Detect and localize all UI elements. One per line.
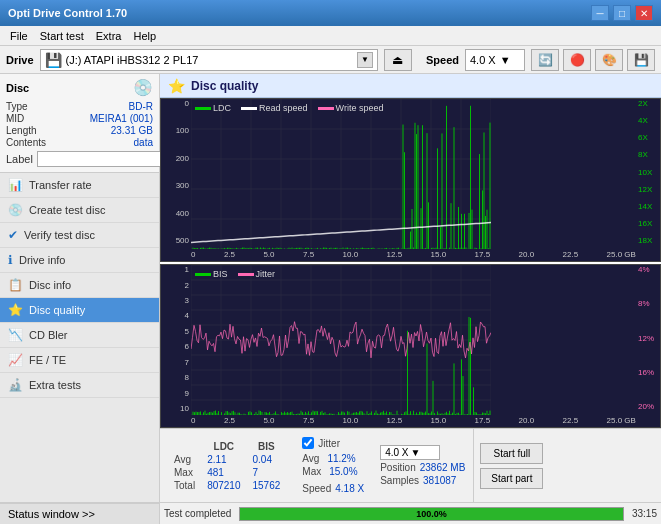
svg-rect-132 (364, 248, 365, 249)
svg-rect-434 (484, 413, 485, 415)
svg-rect-55 (248, 248, 249, 249)
svg-rect-68 (268, 248, 269, 249)
svg-rect-151 (392, 248, 393, 249)
svg-rect-266 (232, 411, 233, 415)
svg-rect-76 (280, 248, 281, 249)
refresh-button[interactable]: 🔄 (531, 49, 559, 71)
total-ldc: 807210 (201, 479, 246, 492)
drive-dropdown-button[interactable]: ▼ (357, 52, 373, 68)
contents-value: data (134, 137, 153, 148)
start-part-button[interactable]: Start part (480, 468, 543, 489)
svg-rect-209 (479, 154, 480, 249)
svg-rect-189 (449, 248, 450, 249)
close-button[interactable]: ✕ (635, 5, 653, 21)
svg-rect-282 (256, 412, 257, 415)
svg-rect-392 (421, 412, 422, 415)
bis-y-axis-left: 10 9 8 7 6 5 4 3 2 1 (161, 265, 191, 413)
nav-create-test-disc[interactable]: 💿 Create test disc (0, 198, 159, 223)
svg-rect-259 (221, 412, 222, 415)
start-full-button[interactable]: Start full (480, 443, 543, 464)
eject-button[interactable]: ⏏ (384, 49, 412, 71)
nav-disc-info[interactable]: 📋 Disc info (0, 273, 159, 298)
max-ldc: 481 (201, 466, 246, 479)
svg-rect-243 (197, 412, 198, 415)
svg-rect-275 (245, 414, 246, 415)
speed-selector[interactable]: 4.0 X ▼ (465, 49, 525, 71)
speed-dropdown[interactable]: 4.0 X ▼ (380, 445, 440, 460)
svg-rect-321 (314, 411, 315, 415)
svg-rect-415 (455, 414, 456, 415)
ldc-x-axis: 0 2.5 5.0 7.5 10.0 12.5 15.0 17.5 20.0 2… (191, 247, 636, 261)
svg-rect-144 (382, 248, 383, 249)
svg-rect-190 (451, 203, 452, 249)
max-bis: 7 (247, 466, 287, 479)
svg-rect-164 (412, 209, 413, 249)
nav-extra-tests[interactable]: 🔬 Extra tests (0, 373, 159, 398)
sidebar: Disc 💿 Type BD-R MID MEIRA1 (001) Length… (0, 74, 160, 524)
svg-rect-125 (353, 248, 354, 249)
progress-bar: 100.0% (239, 507, 624, 521)
nav-fe-te-label: FE / TE (29, 354, 66, 366)
svg-rect-167 (416, 134, 417, 249)
nav-disc-quality[interactable]: ⭐ Disc quality (0, 298, 159, 323)
length-label: Length (6, 125, 37, 136)
nav-cd-bler[interactable]: 📉 CD Bler (0, 323, 159, 348)
svg-rect-257 (218, 411, 219, 415)
svg-rect-25 (203, 248, 204, 249)
svg-rect-42 (229, 248, 230, 249)
nav-verify-test-disc[interactable]: ✔ Verify test disc (0, 223, 159, 248)
svg-rect-178 (433, 248, 434, 249)
jitter-label: Jitter (318, 438, 340, 449)
svg-rect-172 (424, 248, 425, 249)
svg-rect-289 (266, 412, 267, 415)
svg-rect-174 (427, 133, 428, 249)
status-window-button[interactable]: Status window >> (0, 503, 159, 524)
svg-rect-48 (238, 248, 239, 249)
svg-rect-304 (289, 413, 290, 415)
svg-rect-310 (298, 414, 299, 415)
svg-rect-400 (433, 381, 434, 415)
menu-help[interactable]: Help (127, 29, 162, 43)
svg-rect-131 (362, 248, 363, 249)
maximize-button[interactable]: □ (613, 5, 631, 21)
svg-rect-120 (346, 248, 347, 249)
svg-rect-170 (421, 208, 422, 249)
svg-rect-203 (470, 106, 471, 249)
jitter-checkbox[interactable] (302, 437, 314, 449)
menu-extra[interactable]: Extra (90, 29, 128, 43)
svg-rect-380 (403, 414, 404, 415)
svg-rect-21 (197, 248, 198, 249)
svg-rect-347 (353, 413, 354, 415)
svg-rect-128 (358, 248, 359, 249)
nav-drive-info[interactable]: ℹ Drive info (0, 248, 159, 273)
svg-rect-65 (263, 248, 264, 249)
nav-extra-tests-label: Extra tests (29, 379, 81, 391)
settings-button[interactable]: 🔴 (563, 49, 591, 71)
svg-rect-303 (287, 412, 288, 415)
nav-fe-te[interactable]: 📈 FE / TE (0, 348, 159, 373)
menu-file[interactable]: File (4, 29, 34, 43)
svg-rect-64 (262, 248, 263, 249)
svg-rect-193 (455, 248, 456, 249)
save-button[interactable]: 💾 (627, 49, 655, 71)
drive-selector[interactable]: 💾 (J:) ATAPI iHBS312 2 PL17 ▼ (40, 49, 378, 71)
svg-rect-215 (488, 248, 489, 249)
svg-rect-412 (451, 414, 452, 415)
menu-start-test[interactable]: Start test (34, 29, 90, 43)
window-controls: ─ □ ✕ (591, 5, 653, 21)
speed-value-stat: 4.18 X (335, 483, 364, 494)
svg-rect-409 (446, 412, 447, 415)
svg-rect-419 (461, 359, 462, 415)
svg-rect-407 (443, 414, 444, 415)
minimize-button[interactable]: ─ (591, 5, 609, 21)
nav-transfer-rate[interactable]: 📊 Transfer rate (0, 173, 159, 198)
svg-rect-364 (379, 414, 380, 415)
drive-label: Drive (6, 54, 34, 66)
svg-rect-272 (241, 414, 242, 415)
svg-rect-261 (224, 413, 225, 415)
svg-rect-382 (406, 411, 407, 415)
label-input[interactable] (37, 151, 170, 167)
svg-rect-406 (442, 413, 443, 415)
edit-button[interactable]: 🎨 (595, 49, 623, 71)
svg-rect-77 (281, 248, 282, 249)
